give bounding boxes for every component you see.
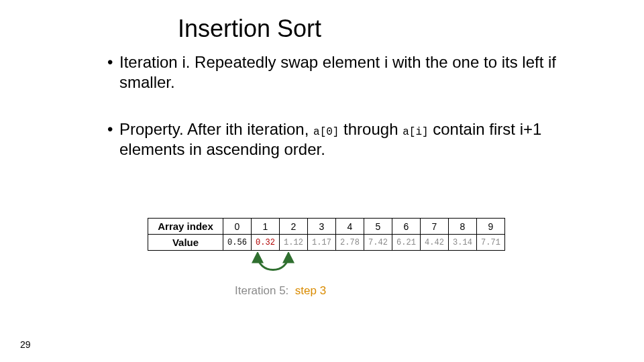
array-index-cell: 3	[308, 219, 336, 235]
value-row: Value 0.56 0.32 1.12 1.17 2.78 7.42 6.21…	[148, 235, 505, 251]
array-index-cell: 7	[421, 219, 449, 235]
index-row-label: Array index	[148, 219, 223, 235]
array-value-cell: 0.56	[223, 235, 252, 251]
caption-prefix: Iteration 5:	[235, 284, 288, 297]
caption-step-text: step 3	[295, 284, 326, 297]
bullet-item: • Property. After ith iteration, a[0] th…	[107, 119, 590, 160]
swap-arrow-icon	[250, 252, 297, 282]
bullet-text-fragment: Property. After ith iteration,	[119, 120, 313, 138]
code-a0: a[0]	[313, 126, 339, 138]
array-index-cell: 1	[252, 219, 280, 235]
caption-step: step 3	[292, 284, 326, 297]
array-value-cell: 1.12	[280, 235, 308, 251]
code-ai: a[i]	[402, 126, 428, 138]
bullet-text-fragment: through	[339, 120, 402, 138]
array-index-cell: 4	[336, 219, 364, 235]
bullet-dot-icon: •	[107, 119, 119, 160]
array-table: Array index 0 1 2 3 4 5 6 7 8 9 Value 0.…	[148, 218, 505, 251]
array-value-cell: 4.42	[421, 235, 449, 251]
array-index-cell: 6	[392, 219, 421, 235]
array-value-cell: 6.21	[392, 235, 421, 251]
bullet-dot-icon: •	[107, 52, 119, 93]
array-index-cell: 8	[449, 219, 477, 235]
array-value-cell: 3.14	[449, 235, 477, 251]
slide-title: Insertion Sort	[178, 15, 321, 43]
array-index-cell: 2	[280, 219, 308, 235]
array-value-cell: 0.32	[252, 235, 280, 251]
array-index-cell: 0	[223, 219, 252, 235]
array-value-cell: 7.71	[477, 235, 505, 251]
bullet-text: Iteration i. Repeatedly swap element i w…	[119, 52, 590, 93]
array-value-cell: 2.78	[336, 235, 364, 251]
iteration-caption: Iteration 5: step 3	[235, 284, 326, 298]
array-index-cell: 9	[477, 219, 505, 235]
bullet-list: • Iteration i. Repeatedly swap element i…	[107, 52, 590, 186]
array-value-cell: 7.42	[364, 235, 392, 251]
array-index-cell: 5	[364, 219, 392, 235]
value-row-label: Value	[148, 235, 223, 251]
array-value-cell: 1.17	[308, 235, 336, 251]
bullet-item: • Iteration i. Repeatedly swap element i…	[107, 52, 590, 93]
bullet-text: Property. After ith iteration, a[0] thro…	[119, 119, 590, 160]
slide-number: 29	[20, 339, 31, 350]
index-row: Array index 0 1 2 3 4 5 6 7 8 9	[148, 219, 505, 235]
